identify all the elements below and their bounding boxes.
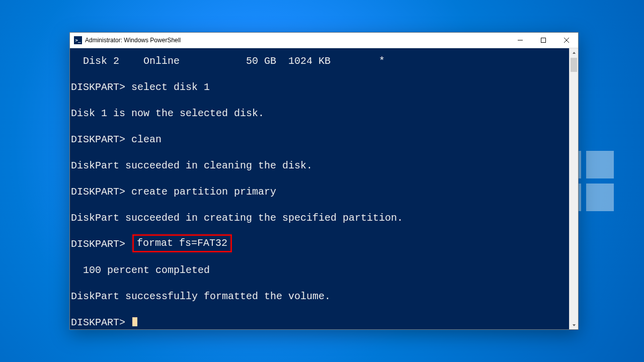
terminal-line: Disk 1 is now the selected disk. — [71, 101, 569, 127]
terminal-line: DISKPART> create partition primary — [71, 179, 569, 205]
highlighted-command: format fs=FAT32 — [132, 234, 232, 252]
vertical-scrollbar[interactable] — [569, 48, 578, 329]
terminal-line: DiskPart successfully formatted the volu… — [71, 284, 569, 310]
terminal-output[interactable]: Disk 2 Online 50 GB 1024 KB *DISKPART> s… — [70, 48, 569, 329]
minimize-button[interactable] — [509, 33, 532, 48]
scroll-down-button[interactable] — [570, 321, 578, 329]
svg-rect-0 — [541, 38, 546, 43]
title-bar[interactable]: >_ Administrator: Windows PowerShell — [70, 33, 578, 48]
prompt-text: DISKPART> — [71, 238, 131, 250]
terminal-line: DISKPART> format fs=FAT32 — [71, 231, 569, 257]
terminal-line: 100 percent completed — [71, 257, 569, 284]
close-button[interactable] — [555, 33, 578, 48]
powershell-icon: >_ — [74, 36, 82, 44]
powershell-window: >_ Administrator: Windows PowerShell Dis… — [69, 32, 579, 330]
terminal-line: Disk 2 Online 50 GB 1024 KB * — [71, 48, 569, 74]
scroll-up-button[interactable] — [570, 48, 578, 57]
desktop-background: >_ Administrator: Windows PowerShell Dis… — [0, 0, 644, 362]
terminal-line: DISKPART> clean — [71, 127, 569, 153]
prompt-text: DISKPART> — [71, 317, 131, 328]
terminal-line: DISKPART> select disk 1 — [71, 74, 569, 101]
window-title: Administrator: Windows PowerShell — [85, 37, 181, 44]
maximize-button[interactable] — [532, 33, 555, 48]
window-client-area: Disk 2 Online 50 GB 1024 KB *DISKPART> s… — [70, 48, 578, 329]
scrollbar-thumb[interactable] — [571, 58, 577, 72]
scrollbar-track[interactable] — [570, 57, 578, 321]
terminal-line: DiskPart succeeded in creating the speci… — [71, 205, 569, 231]
cursor-icon — [132, 317, 137, 326]
terminal-line: DISKPART> — [71, 310, 569, 329]
terminal-line: DiskPart succeeded in cleaning the disk. — [71, 153, 569, 179]
